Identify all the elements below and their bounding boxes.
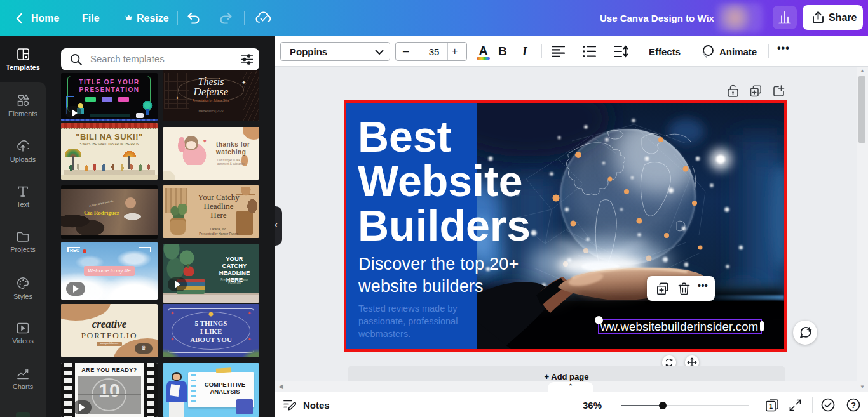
svg-text:1: 1	[769, 402, 773, 410]
svg-text:?: ?	[851, 400, 856, 410]
